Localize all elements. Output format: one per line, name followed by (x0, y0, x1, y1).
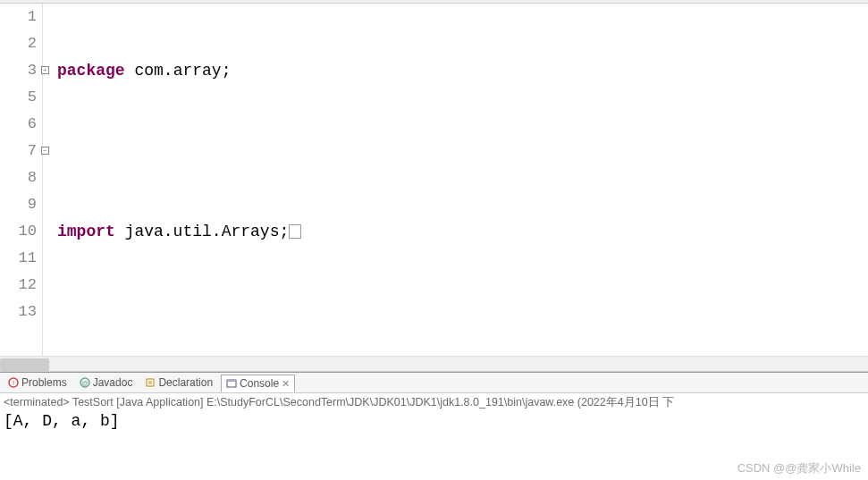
line-number: 7 (28, 142, 37, 159)
tab-label: Javadoc (93, 376, 133, 389)
tab-javadoc[interactable]: @ Javadoc (75, 375, 138, 391)
console-panel: <terminated> TestSort [Java Application]… (0, 393, 868, 432)
line-number: 11 (19, 249, 37, 266)
code-content[interactable]: package com.array; import java.util.Arra… (43, 4, 868, 356)
fold-icon[interactable]: + (41, 66, 49, 74)
line-gutter: 1 2 !3+ 5 6 7− 8 9 10 11 12 13 (0, 4, 43, 356)
watermark: CSDN @@龚家小While (737, 460, 861, 476)
javadoc-icon: @ (80, 377, 90, 388)
line-number: 2 (28, 35, 37, 52)
close-icon[interactable]: ✕ (282, 378, 290, 390)
line-number: 13 (19, 303, 37, 320)
line-number: 5 (28, 88, 37, 105)
console-icon (226, 378, 237, 389)
svg-text:!: ! (13, 379, 14, 387)
code-line (57, 138, 868, 164)
tab-declaration[interactable]: Declaration (140, 375, 217, 391)
tab-label: Problems (21, 376, 67, 389)
code-editor[interactable]: 1 2 !3+ 5 6 7− 8 9 10 11 12 13 package c… (0, 4, 868, 356)
line-number: 1 (28, 8, 37, 25)
tab-label: Console (240, 377, 279, 390)
tab-problems[interactable]: ! Problems (4, 375, 72, 391)
console-output[interactable]: [A, D, a, b] (4, 410, 864, 430)
code-line (57, 299, 868, 325)
code-line: package com.array; (57, 57, 868, 84)
line-number: 6 (28, 115, 37, 132)
problems-icon: ! (8, 377, 19, 388)
tab-label: Declaration (158, 376, 213, 389)
svg-rect-4 (147, 379, 154, 386)
line-number: 10 (19, 223, 37, 240)
declaration-icon (145, 377, 156, 388)
line-number: 12 (19, 276, 37, 293)
scrollbar-thumb[interactable] (0, 358, 49, 371)
code-line: import java.util.Arrays; (57, 218, 868, 245)
svg-text:@: @ (81, 380, 88, 386)
line-number: 3 (28, 62, 37, 79)
tab-console[interactable]: Console ✕ (221, 375, 295, 392)
line-number: 9 (28, 196, 37, 213)
horizontal-scrollbar[interactable] (0, 356, 868, 372)
svg-rect-8 (227, 380, 236, 382)
collapsed-import-icon[interactable] (289, 224, 301, 239)
bottom-panel-tabs: ! Problems @ Javadoc Declaration Console… (0, 372, 868, 393)
fold-icon[interactable]: − (41, 147, 49, 155)
console-status: <terminated> TestSort [Java Application]… (4, 395, 864, 410)
line-number: 8 (28, 169, 37, 186)
